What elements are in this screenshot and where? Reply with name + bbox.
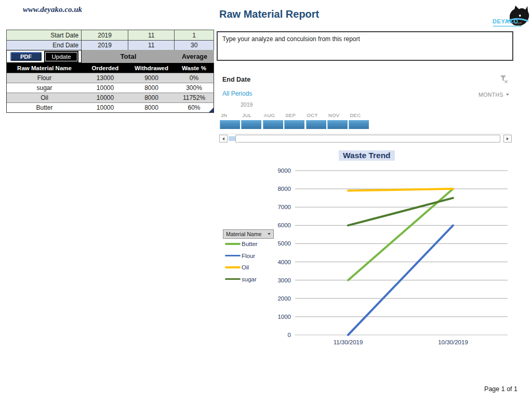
date-year-cell[interactable]: 2019 <box>82 30 128 40</box>
date-month-cell[interactable]: 11 <box>128 41 175 50</box>
value-cell: 10000 <box>82 93 128 102</box>
timeline-year-label: 2019 <box>241 101 252 108</box>
timeline-selected-segment[interactable] <box>349 120 369 129</box>
legend-item: Oil <box>225 264 258 271</box>
timeline-month-label: JN <box>221 112 227 118</box>
value-cell: 9000 <box>128 73 175 83</box>
materials-header-row: Raw Material NameOrderdedWithdrawedWaste… <box>7 63 214 73</box>
legend-filter-label: Material Name <box>226 231 261 237</box>
timeline-scrollbar <box>219 134 511 142</box>
material-name-cell: Butter <box>7 103 82 112</box>
series-line-Oil <box>348 189 453 191</box>
material-name-cell: Oil <box>7 93 82 102</box>
site-url: www.deyako.co.uk <box>23 5 82 14</box>
y-axis-tick-label: 4000 <box>277 259 291 265</box>
y-axis-tick-label: 2000 <box>277 295 291 302</box>
update-button[interactable]: Update <box>45 52 77 61</box>
legend-swatch <box>225 255 241 257</box>
legend-swatch <box>225 266 241 268</box>
date-row-label: End Date <box>7 41 82 50</box>
timeline-granularity-label: MONTHS <box>478 92 503 98</box>
scroll-right-button[interactable] <box>503 135 512 143</box>
left-arrow-icon <box>222 137 224 140</box>
toolbar-row: PDF Update Total Average <box>6 50 214 63</box>
timeline-selected-segment[interactable] <box>241 120 261 129</box>
chart-legend: ButterFlourOilsugar <box>225 240 258 287</box>
x-axis-tick-label: 10/30/2019 <box>438 339 468 345</box>
pdf-button[interactable]: PDF <box>10 52 42 61</box>
y-axis-tick-label: 7000 <box>277 204 291 210</box>
y-axis-tick-label: 6000 <box>277 222 291 228</box>
company-logo: DEYAKO <box>489 4 531 32</box>
value-cell: 60% <box>175 103 214 112</box>
logo-tagline <box>493 25 522 27</box>
average-header: Average <box>175 50 214 63</box>
timeline-period-label[interactable]: All Periods <box>222 90 252 97</box>
chart-title[interactable]: Waste Trend <box>339 150 395 161</box>
timeline-month-label: JUL <box>242 112 251 118</box>
value-cell: 0% <box>175 73 214 83</box>
series-line-sugar <box>348 198 453 226</box>
table-row: sugar100008000300% <box>7 83 214 93</box>
table-corner-handle[interactable] <box>209 108 214 112</box>
page-title: Raw Material Report <box>219 8 319 20</box>
legend-item: Flour <box>225 252 258 260</box>
y-axis-tick-label: 9000 <box>277 167 291 174</box>
timeline-month-label: SEP <box>285 112 296 118</box>
waste-trend-chart: 010002000300040005000600070008000900011/… <box>278 165 522 348</box>
legend-label: Oil <box>242 264 249 270</box>
column-header: Waste % <box>175 63 214 73</box>
timeline-granularity-dropdown[interactable]: MONTHS <box>478 92 509 98</box>
material-name-cell: sugar <box>7 83 82 93</box>
table-row: Flour1300090000% <box>7 73 214 83</box>
dates-table: Start Date2019111End Date20191130 <box>6 30 214 50</box>
value-cell: 10000 <box>82 83 128 93</box>
chevron-down-icon <box>268 233 271 235</box>
value-cell: 13000 <box>82 73 128 83</box>
date-day-cell[interactable]: 30 <box>175 41 214 50</box>
legend-filter-dropdown[interactable]: Material Name <box>223 229 274 239</box>
materials-table: Raw Material NameOrderdedWithdrawedWaste… <box>6 63 214 113</box>
y-axis-tick-label: 1000 <box>277 314 291 320</box>
y-axis-tick-label: 3000 <box>277 277 291 283</box>
logo-text: DEYAKO <box>493 18 518 24</box>
clear-filter-icon[interactable] <box>499 75 508 85</box>
timeline-month-label: AUG <box>264 112 275 118</box>
y-axis-tick-label: 5000 <box>277 240 291 247</box>
value-cell: 8000 <box>128 83 175 93</box>
date-year-cell[interactable]: 2019 <box>82 41 128 50</box>
column-header: Orderded <box>82 63 128 73</box>
material-name-cell: Flour <box>7 73 82 83</box>
value-cell: 11752% <box>175 93 214 102</box>
date-row: Start Date2019111 <box>7 30 214 40</box>
scrollbar-track-fill <box>229 136 235 141</box>
timeline-selected-segment[interactable] <box>220 120 240 129</box>
timeline-selected-segment[interactable] <box>306 120 326 129</box>
timeline-title: End Date <box>222 76 250 83</box>
legend-swatch <box>225 278 241 280</box>
value-cell: 8000 <box>128 103 175 112</box>
legend-swatch <box>225 243 241 245</box>
analysis-notes-box[interactable]: Type your analyze and conculsion from th… <box>217 31 513 61</box>
right-arrow-icon <box>507 137 509 140</box>
legend-label: Flour <box>242 253 255 259</box>
report-page: www.deyako.co.uk Raw Material Report DEY… <box>0 0 532 401</box>
timeline-slicer: End Date All Periods MONTHS 2019 JNJULAU… <box>217 71 513 145</box>
timeline-month-label: DEC <box>350 112 361 118</box>
value-cell: 300% <box>175 83 214 93</box>
scrollbar-thumb[interactable] <box>235 135 500 143</box>
y-axis-tick-label: 0 <box>288 332 291 338</box>
timeline-selected-segment[interactable] <box>327 120 348 129</box>
date-row: End Date20191130 <box>7 40 214 50</box>
timeline-selected-segment[interactable] <box>263 120 283 129</box>
legend-label: sugar <box>242 276 257 282</box>
scroll-left-button[interactable] <box>219 135 228 143</box>
y-axis-tick-label: 8000 <box>277 186 291 192</box>
button-group: PDF Update <box>6 50 82 63</box>
date-month-cell[interactable]: 11 <box>128 30 175 40</box>
timeline-selected-segment[interactable] <box>284 120 304 129</box>
table-row: Butter10000800060% <box>7 102 214 112</box>
date-day-cell[interactable]: 1 <box>175 30 214 40</box>
timeline-month-label: OCT <box>307 112 318 118</box>
page-number: Page 1 of 1 <box>484 385 517 393</box>
